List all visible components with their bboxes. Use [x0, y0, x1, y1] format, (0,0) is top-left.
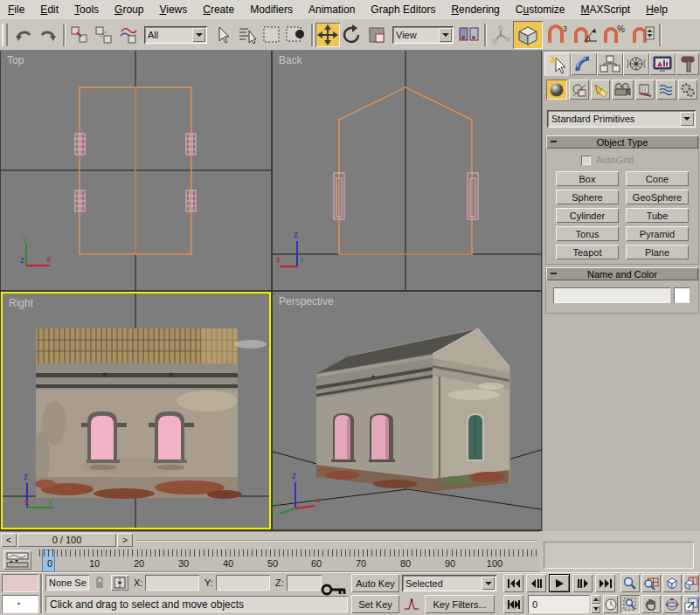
- menu-modifiers[interactable]: Modifiers: [242, 1, 301, 19]
- use-pivot-center-button[interactable]: [457, 23, 482, 47]
- zoom-extents-button[interactable]: [662, 574, 682, 592]
- menu-customize[interactable]: Customize: [508, 1, 573, 19]
- time-step-forward-button[interactable]: >: [117, 533, 133, 547]
- category-lights[interactable]: [591, 79, 610, 100]
- geosphere-button[interactable]: GeoSphere: [626, 190, 689, 204]
- tab-motion[interactable]: [623, 52, 649, 75]
- unlink-button[interactable]: [92, 23, 116, 47]
- percent-snap-button[interactable]: %: [600, 23, 630, 47]
- category-shapes[interactable]: [569, 79, 588, 100]
- link-button[interactable]: [67, 23, 92, 47]
- spinner-up-button[interactable]: [591, 595, 600, 604]
- box-button[interactable]: Box: [556, 171, 619, 186]
- category-geometry[interactable]: [546, 79, 567, 100]
- auto-key-button[interactable]: Auto Key: [351, 574, 399, 592]
- tab-display[interactable]: [649, 52, 676, 75]
- pyramid-button[interactable]: Pyramid: [626, 226, 689, 241]
- go-to-start-button[interactable]: [503, 574, 523, 592]
- select-object-button[interactable]: [211, 23, 235, 47]
- key-filters-button[interactable]: Key Filters...: [425, 595, 495, 613]
- menu-help[interactable]: Help: [638, 1, 676, 19]
- torus-button[interactable]: Torus: [556, 226, 619, 241]
- object-type-header[interactable]: Object Type: [546, 135, 698, 149]
- viewport-perspective[interactable]: z y x Perspective: [273, 292, 541, 529]
- toolbar-grip[interactable]: [2, 24, 8, 46]
- pan-button[interactable]: [641, 595, 661, 613]
- rect-selection-region-button[interactable]: [260, 23, 284, 47]
- key-mode-toggle-button[interactable]: [503, 595, 523, 613]
- menu-group[interactable]: Group: [107, 1, 151, 19]
- zoom-button[interactable]: [620, 574, 640, 592]
- autogrid-checkbox[interactable]: [581, 155, 591, 165]
- selection-lock-button[interactable]: [93, 575, 107, 591]
- previous-frame-button[interactable]: [526, 574, 546, 592]
- time-step-back-button[interactable]: <: [1, 533, 17, 547]
- menu-maxscript[interactable]: MAXScript: [573, 1, 639, 19]
- region-zoom-button[interactable]: [620, 595, 640, 613]
- tube-button[interactable]: Tube: [626, 208, 689, 223]
- menu-create[interactable]: Create: [195, 1, 242, 19]
- arc-rotate-button[interactable]: [662, 595, 682, 613]
- listener-pane[interactable]: [2, 595, 38, 613]
- play-button[interactable]: [549, 574, 570, 592]
- tab-hierarchy[interactable]: [597, 52, 623, 75]
- key-mode-dropdown[interactable]: Selected: [402, 575, 496, 591]
- current-frame-field[interactable]: 0: [528, 595, 589, 613]
- select-manipulate-button[interactable]: [489, 23, 513, 47]
- sphere-button[interactable]: Sphere: [556, 190, 619, 204]
- snaps-toggle-button[interactable]: [513, 21, 543, 49]
- dropdown-arrow-button[interactable]: [482, 577, 495, 590]
- set-key-button[interactable]: Set Key: [351, 595, 399, 613]
- dropdown-arrow-button[interactable]: [680, 112, 694, 126]
- zoom-extents-all-button[interactable]: [683, 574, 699, 592]
- tab-create[interactable]: [544, 52, 571, 76]
- y-coord-field[interactable]: [216, 575, 270, 591]
- undo-button[interactable]: [11, 23, 36, 47]
- bind-spacewarp-button[interactable]: [116, 23, 141, 47]
- menu-animation[interactable]: Animation: [301, 1, 363, 19]
- viewport-back[interactable]: z x y Back: [273, 51, 541, 290]
- select-by-name-button[interactable]: [235, 23, 260, 47]
- spinner-down-button[interactable]: [591, 605, 600, 613]
- select-rotate-button[interactable]: [340, 23, 364, 47]
- dropdown-arrow-button[interactable]: [439, 28, 452, 42]
- redo-button[interactable]: [36, 23, 60, 47]
- snap-3d-button[interactable]: 3: [543, 23, 571, 47]
- absolute-offset-toggle[interactable]: [111, 575, 128, 591]
- select-scale-button[interactable]: [364, 23, 389, 47]
- viewport-right-active[interactable]: z x y Right: [1, 292, 271, 529]
- selection-filter-dropdown[interactable]: All: [144, 26, 207, 44]
- z-coord-field[interactable]: [287, 575, 322, 591]
- track-bar[interactable]: 0 10 20 30 40 50 60 70 80 90 100: [0, 549, 540, 572]
- macro-recorder-pane[interactable]: [2, 574, 38, 592]
- dropdown-arrow-button[interactable]: [192, 28, 205, 42]
- reference-coordsys-dropdown[interactable]: View: [392, 26, 454, 44]
- time-slider-track[interactable]: < 0 / 100 >: [0, 531, 540, 549]
- min-max-toggle-button[interactable]: [683, 595, 699, 613]
- cylinder-button[interactable]: Cylinder: [556, 208, 619, 223]
- category-systems[interactable]: [678, 79, 697, 100]
- selection-count-field[interactable]: None Se: [45, 575, 89, 591]
- tab-modify[interactable]: [571, 52, 597, 75]
- zoom-all-button[interactable]: [641, 574, 661, 592]
- menu-rendering[interactable]: Rendering: [443, 1, 507, 19]
- x-coord-field[interactable]: [145, 575, 199, 591]
- tab-utilities[interactable]: [676, 52, 699, 75]
- plane-button[interactable]: Plane: [626, 245, 689, 259]
- object-name-field[interactable]: [553, 287, 670, 303]
- menu-tools[interactable]: Tools: [66, 1, 107, 19]
- menu-graph-editors[interactable]: Graph Editors: [363, 1, 443, 19]
- default-tangent-button[interactable]: [402, 595, 421, 613]
- next-frame-button[interactable]: [572, 574, 593, 592]
- menu-edit[interactable]: Edit: [32, 1, 66, 19]
- listener-splitter[interactable]: [40, 574, 42, 613]
- menu-file[interactable]: File: [0, 1, 32, 19]
- cone-button[interactable]: Cone: [626, 171, 689, 186]
- menu-views[interactable]: Views: [151, 1, 195, 19]
- object-color-swatch[interactable]: [674, 287, 690, 303]
- go-to-end-button[interactable]: [595, 574, 615, 592]
- category-cameras[interactable]: [612, 79, 633, 100]
- viewport-top[interactable]: y z x Top: [1, 51, 271, 290]
- category-spacewarps[interactable]: [656, 79, 676, 100]
- frame-spinner[interactable]: [591, 595, 600, 613]
